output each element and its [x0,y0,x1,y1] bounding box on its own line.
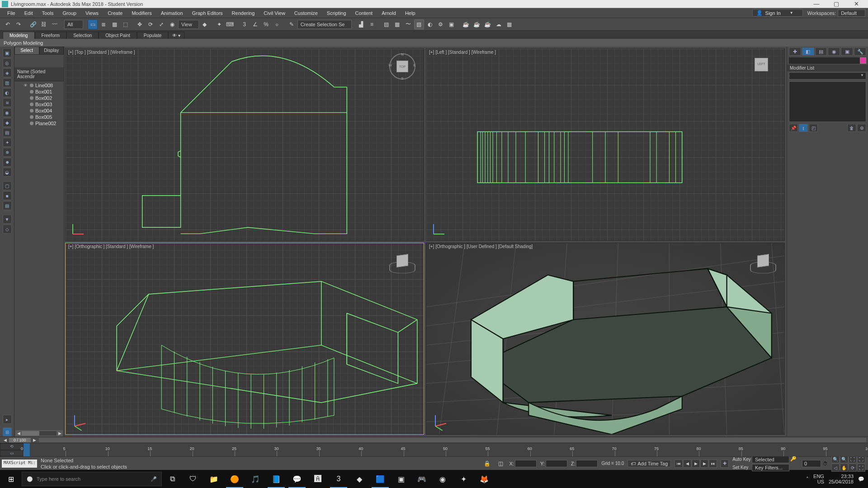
timeline-mode-1[interactable]: ⟲ [0,443,24,450]
notifications-icon[interactable]: 💬 [858,476,864,482]
modifier-stack[interactable] [789,81,866,122]
autokey-label[interactable]: Auto Key [732,457,751,462]
se-expand-button[interactable]: ▸ [3,415,12,424]
prev-frame-button[interactable]: ◀ [683,460,691,468]
freeze-icon[interactable] [30,90,33,94]
menu-civilview[interactable]: Civil View [259,9,289,17]
freeze-icon[interactable] [30,96,33,100]
curve-editor-button[interactable]: 〜 [403,19,413,29]
select-name-button[interactable]: ≣ [99,19,108,29]
taskbar-app-8[interactable]: ✦ [453,470,474,488]
render-gallery-button[interactable]: ▦ [505,19,514,29]
ref-coord-select[interactable]: View [178,20,199,29]
keyboard-shortcut-button[interactable]: ⌨ [225,19,235,29]
task-view-button[interactable]: ⧉ [162,470,183,488]
freeze-icon[interactable] [30,122,33,125]
visibility-icon[interactable]: 👁 [24,83,28,88]
taskbar-search[interactable]: ⚪ Type here to search 🎤 [22,472,162,486]
link-button[interactable]: 🔗 [28,19,38,29]
close-button[interactable]: ✕ [846,0,866,8]
maxscript-listener[interactable]: MAXScript Mi: [2,460,37,468]
viewport-label[interactable]: [+] [Orthographic ] [User Defined ] [Def… [429,244,533,249]
viewcube[interactable]: LEFT [750,53,776,80]
bind-button[interactable]: 〰 [50,19,60,29]
time-next-button[interactable]: ▶ [32,438,38,442]
list-item[interactable]: Box004 [14,108,64,114]
se-icon-12[interactable]: ✹ [3,158,12,167]
system-tray[interactable]: ˄ ENG US 23:33 25/04/2018 💬 [802,474,868,484]
scene-scrollbar[interactable]: ◀ ▶ [15,430,63,436]
freeze-icon[interactable] [30,84,33,87]
render-iter-button[interactable]: ☕ [472,19,482,29]
se-icon-10[interactable]: ✦ [3,138,12,147]
se-icon-6[interactable]: ≋ [3,98,12,107]
viewcube[interactable] [750,248,776,274]
freeze-icon[interactable] [30,103,33,106]
configure-button[interactable]: ⚙ [857,124,866,132]
viewport-ortho[interactable]: [+] [Orthographic ] [Standard ] [Wirefra… [65,243,424,435]
se-icon-3[interactable]: ◈ [3,68,12,77]
ribbon-tab-populate[interactable]: Populate [137,32,168,39]
make-unique-button[interactable]: ◰ [809,124,818,132]
taskbar-app-3dsmax[interactable]: 3 [328,470,349,488]
spinner-snap-button[interactable]: ⟐ [272,19,282,29]
minimize-button[interactable]: — [807,0,826,8]
viewport-top[interactable]: [+] [Top ] [Standard ] [Wireframe ] TOP … [65,48,424,241]
viewport-persp[interactable]: [+] [Orthographic ] [User Defined ] [Def… [426,243,785,435]
taskbar-app-9[interactable]: 🦊 [474,470,495,488]
list-item[interactable]: 👁Line008 [14,82,64,89]
material-editor-button[interactable]: ◐ [425,19,435,29]
ribbon-tab-selection[interactable]: Selection [66,32,99,39]
render-online-button[interactable]: ☁ [494,19,504,29]
isolate-button[interactable]: ◫ [495,459,505,469]
toggle-ribbon-button[interactable]: ▦ [392,19,402,29]
cmdtab-modify[interactable]: ◧ [802,47,814,56]
object-name-field[interactable] [789,57,866,64]
menu-customize[interactable]: Customize [290,9,322,17]
layer-explorer-button[interactable]: ▤ [382,19,392,29]
setkey-label[interactable]: Set Key [732,465,751,470]
start-button[interactable]: ⊞ [0,470,22,488]
scene-tab-display[interactable]: Display [39,47,64,55]
named-sel-edit-button[interactable]: ✎ [287,19,297,29]
manipulate-button[interactable]: ✦ [214,19,224,29]
se-icon-9[interactable]: ▤ [3,128,12,137]
track-bar[interactable]: ⟲ ▭ 051015202530354045505560657075808590… [0,443,868,456]
taskbar-app-epic[interactable]: 🎮 [411,470,432,488]
schematic-view-button[interactable]: ▧ [414,19,424,29]
pivot-button[interactable]: ◆ [200,19,210,29]
menu-arnold[interactable]: Arnold [377,9,401,17]
list-item[interactable]: Box001 [14,89,64,95]
viewcube[interactable]: TOP NSEW [389,53,415,80]
show-end-button[interactable]: ⫿ [799,124,808,132]
render-active-button[interactable]: ☕ [483,19,493,29]
viewport-label[interactable]: [+] [Top ] [Standard ] [Wireframe ] [68,50,135,55]
scroll-left-icon[interactable]: ◀ [15,431,22,436]
se-icon-14[interactable]: ▢ [3,181,12,190]
time-prev-button[interactable]: ◀ [2,438,8,442]
pan-button[interactable]: ✋ [840,464,848,472]
object-color-swatch[interactable] [860,57,866,64]
add-time-tag-button[interactable]: 🏷Add Time Tag [627,460,671,467]
se-icon-15[interactable]: ■ [3,191,12,200]
move-button[interactable]: ✥ [135,19,145,29]
viewport-label[interactable]: [+] [Orthographic ] [Standard ] [Wirefra… [68,244,154,249]
fov-button[interactable]: ◁ [831,464,840,472]
time-slider[interactable]: ◀ 0 / 100 ▶ [0,436,868,443]
workspaces-select[interactable]: Default [838,9,865,17]
snap-toggle-button[interactable]: 3 [240,19,250,29]
redo-button[interactable]: ↷ [14,19,24,29]
list-item[interactable]: Plane002 [14,120,64,127]
taskbar-app-itunes[interactable]: 🎵 [245,470,266,488]
scale-button[interactable]: ⤢ [156,19,166,29]
se-icon-8[interactable]: ◆ [3,118,12,127]
rendered-frame-button[interactable]: ▣ [447,19,457,29]
window-crossing-button[interactable]: ⬚ [120,19,130,29]
cmdtab-utilities[interactable]: 🔧 [854,47,866,56]
viewport-left[interactable]: [+] [Left ] [Standard ] [Wireframe ] LEF… [426,48,785,241]
se-icon-18[interactable]: ◇ [3,225,12,234]
menu-edit[interactable]: Edit [20,9,38,17]
goto-start-button[interactable]: ⏮ [675,460,683,468]
list-item[interactable]: Box005 [14,114,64,120]
key-mode-button[interactable]: ✚ [721,460,729,468]
